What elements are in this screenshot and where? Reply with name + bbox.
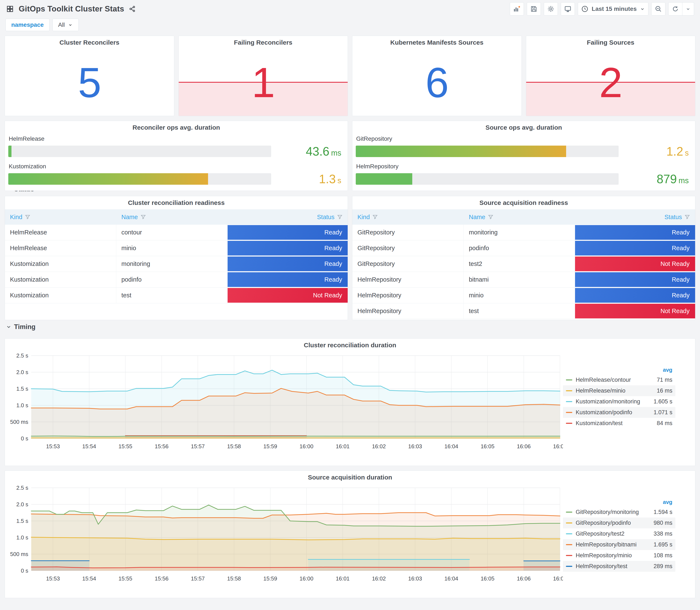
legend-item[interactable]: Kustomization/podinfo1.071 s <box>563 407 675 418</box>
save-dashboard-button[interactable] <box>527 2 541 16</box>
table-title[interactable]: Cluster reconciliation readiness <box>5 196 348 209</box>
svg-text:500 ms: 500 ms <box>10 551 28 557</box>
column-header-status[interactable]: Status <box>228 214 348 221</box>
filter-icon[interactable] <box>488 214 493 220</box>
clock-icon <box>581 5 589 13</box>
column-header-kind[interactable]: Kind <box>5 214 116 221</box>
svg-text:1.5 s: 1.5 s <box>16 518 28 524</box>
gauge-value: 1.3s <box>271 172 341 186</box>
namespace-filter-value[interactable]: All <box>52 19 79 31</box>
add-panel-button[interactable] <box>510 2 524 16</box>
legend-item[interactable]: HelmRelease/contour71 ms <box>563 374 675 385</box>
gauge-value: 1.2s <box>619 144 689 158</box>
cell-kind: HelmRelease <box>5 240 116 256</box>
legend-avg-header[interactable]: avg <box>563 498 675 507</box>
legend-item[interactable]: GitRepository/monitoring1.594 s <box>563 507 675 517</box>
series-avg-value: 1.071 s <box>653 409 672 416</box>
column-header-name[interactable]: Name <box>464 214 575 221</box>
status-badge: Ready <box>575 288 695 303</box>
column-header-kind[interactable]: Kind <box>352 214 464 221</box>
legend-item[interactable]: GitRepository/podinfo980 ms <box>563 517 675 528</box>
cell-kind: GitRepository <box>352 256 464 272</box>
cell-name: minio <box>464 288 575 303</box>
chart-title[interactable]: Source acquisition duration <box>5 471 695 484</box>
series-name: GitRepository/podinfo <box>576 520 653 526</box>
svg-text:16:04: 16:04 <box>444 575 458 582</box>
legend-item[interactable]: HelmRelease/minio16 ms <box>563 385 675 396</box>
svg-text:15:57: 15:57 <box>191 443 205 450</box>
series-color-swatch <box>566 523 572 524</box>
time-range-picker[interactable]: Last 15 minutes <box>578 2 648 16</box>
svg-text:16:04: 16:04 <box>444 443 458 450</box>
svg-text:2.0 s: 2.0 s <box>16 369 28 375</box>
status-badge: Ready <box>575 225 695 240</box>
table-title[interactable]: Source acquisition readiness <box>352 196 695 209</box>
legend-item[interactable]: Kustomization/test84 ms <box>563 418 675 429</box>
stat-value: 2 <box>599 59 622 107</box>
gauge-fill <box>8 173 208 185</box>
cycle-view-button[interactable] <box>561 2 575 16</box>
time-series-plot[interactable]: 0 s500 ms1.0 s1.5 s2.0 s2.5 s15:5315:541… <box>6 484 563 584</box>
zoom-out-button[interactable] <box>651 2 665 16</box>
legend-avg-header[interactable]: avg <box>563 365 675 374</box>
status-badge: Not Ready <box>575 256 695 272</box>
gauge-fill <box>356 146 566 157</box>
gauge-label: HelmRelease <box>9 135 341 142</box>
filter-icon[interactable] <box>25 214 30 220</box>
stat-panel-title[interactable]: Cluster Reconcilers <box>5 36 174 49</box>
svg-text:15:59: 15:59 <box>263 575 277 582</box>
gauge-panel-1: Source ops avg. durationGitRepository1.2… <box>352 121 695 191</box>
gauge-row: HelmRepository879ms <box>356 163 689 186</box>
cell-kind: HelmRelease <box>5 225 116 240</box>
refresh-button-group <box>668 2 694 16</box>
gauge-panel-title[interactable]: Source ops avg. duration <box>352 121 695 134</box>
dashboard-settings-button[interactable] <box>544 2 558 16</box>
series-avg-value: 289 ms <box>653 563 672 569</box>
series-name: Kustomization/test <box>576 420 657 427</box>
svg-text:15:54: 15:54 <box>82 575 96 582</box>
stat-panel-title[interactable]: Failing Sources <box>526 36 695 49</box>
time-series-plot[interactable]: 0 s500 ms1.0 s1.5 s2.0 s2.5 s15:5315:541… <box>6 352 563 452</box>
filter-icon[interactable] <box>141 214 146 220</box>
series-avg-value: 1.695 s <box>653 541 672 548</box>
stat-panel-title[interactable]: Failing Reconcilers <box>179 36 348 49</box>
cell-kind: GitRepository <box>352 240 464 256</box>
table-row: KustomizationpodinfoReady <box>5 272 348 288</box>
namespace-filter-label[interactable]: namespace <box>5 19 50 31</box>
share-icon[interactable] <box>129 5 136 13</box>
legend-item[interactable]: HelmRepository/minio108 ms <box>563 550 675 561</box>
filter-icon[interactable] <box>684 214 690 220</box>
series-color-swatch <box>566 533 572 534</box>
gauge-row: Kustomization1.3s <box>8 163 341 186</box>
legend-item[interactable]: HelmRepository/bitnami1.695 s <box>563 539 675 550</box>
column-header-status[interactable]: Status <box>575 214 695 221</box>
cell-name: contour <box>116 225 228 240</box>
legend-item[interactable]: GitRepository/test2338 ms <box>563 528 675 539</box>
stat-panel-title[interactable]: Kubernetes Manifests Sources <box>352 36 521 49</box>
filter-icon[interactable] <box>337 214 343 220</box>
series-name: HelmRepository/minio <box>576 552 653 559</box>
cell-name: minio <box>116 240 228 256</box>
svg-text:1.0 s: 1.0 s <box>16 534 28 541</box>
legend-item[interactable]: Kustomization/monitoring1.605 s <box>563 396 675 407</box>
chevron-down-icon <box>640 6 645 12</box>
time-range-label: Last 15 minutes <box>592 5 637 12</box>
stat-value: 1 <box>251 59 275 107</box>
series-color-swatch <box>566 412 572 413</box>
refresh-interval-button[interactable] <box>682 2 694 16</box>
series-color-swatch <box>566 390 572 391</box>
gauge-panel-title[interactable]: Reconciler ops avg. duration <box>5 121 348 134</box>
series-avg-value: 338 ms <box>653 530 672 537</box>
legend-item[interactable]: HelmRepository/test289 ms <box>563 561 675 572</box>
section-timing[interactable]: Timing <box>5 320 695 334</box>
table-panel-1: Source acquisition readinessKind Name St… <box>352 196 695 320</box>
filter-icon[interactable] <box>372 214 378 220</box>
chart-title[interactable]: Cluster reconciliation duration <box>5 339 695 352</box>
series-color-swatch <box>566 566 572 567</box>
filter-row: namespace All <box>5 18 695 32</box>
series-color-swatch <box>566 380 572 381</box>
column-header-name[interactable]: Name <box>116 214 228 221</box>
refresh-button[interactable] <box>668 2 682 16</box>
gauge-track <box>8 173 271 185</box>
cell-name: test <box>116 288 228 303</box>
